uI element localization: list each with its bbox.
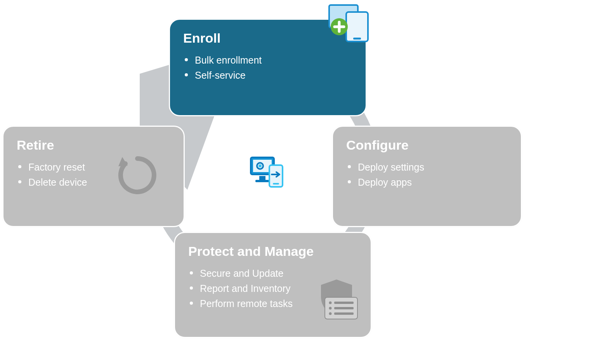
svg-rect-15 bbox=[334, 302, 354, 304]
svg-point-14 bbox=[329, 302, 332, 304]
svg-rect-17 bbox=[334, 307, 354, 309]
shield-list-icon bbox=[313, 279, 360, 321]
stage-retire[interactable]: Retire Factory reset Delete device bbox=[2, 126, 185, 227]
svg-rect-8 bbox=[273, 183, 279, 185]
svg-rect-19 bbox=[334, 312, 354, 315]
stage-enroll[interactable]: Enroll Bulk enrollment Self-service bbox=[169, 19, 367, 116]
svg-rect-10 bbox=[346, 12, 368, 41]
apps-grid-icon bbox=[463, 148, 509, 194]
device-sync-icon bbox=[248, 155, 285, 190]
devices-add-icon bbox=[326, 4, 373, 43]
svg-rect-3 bbox=[259, 176, 265, 180]
stage-items: Bulk enrollment Self-service bbox=[183, 53, 352, 83]
stage-configure[interactable]: Configure Deploy settings Deploy apps bbox=[332, 126, 522, 227]
refresh-cycle-icon bbox=[116, 154, 159, 197]
stage-item: Bulk enrollment bbox=[185, 53, 352, 68]
stage-protect[interactable]: Protect and Manage Secure and Update Rep… bbox=[174, 232, 372, 338]
stage-title: Protect and Manage bbox=[188, 244, 357, 259]
svg-point-6 bbox=[258, 164, 262, 167]
svg-point-18 bbox=[329, 312, 332, 315]
stage-title: Retire bbox=[17, 138, 170, 153]
svg-rect-11 bbox=[353, 38, 361, 40]
stage-item: Self-service bbox=[185, 68, 352, 83]
svg-rect-4 bbox=[255, 180, 269, 182]
svg-point-16 bbox=[329, 307, 332, 310]
